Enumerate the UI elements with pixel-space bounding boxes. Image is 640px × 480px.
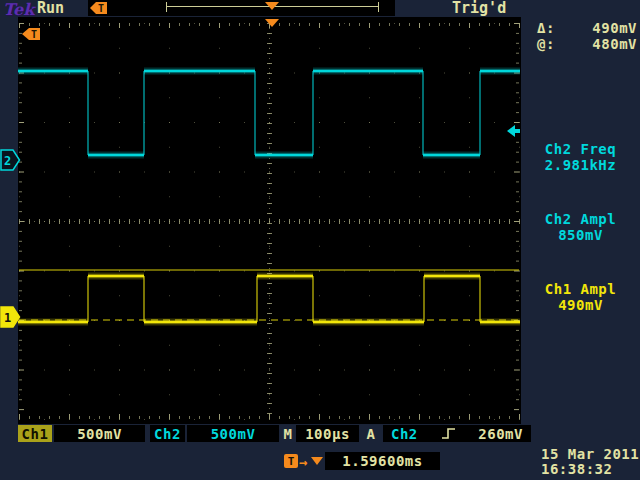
- trigger-offscreen-flag-label: T: [31, 29, 37, 40]
- ch1-ground-marker: 1: [0, 306, 21, 329]
- ch1-channel-badge: Ch1: [18, 425, 52, 442]
- measurement-value: 850mV: [521, 227, 640, 243]
- measurement-label: Ch2 Ampl: [521, 211, 640, 227]
- ch1-scale-readout: 500mV: [54, 425, 145, 442]
- trigger-status: Trig'd: [452, 0, 506, 16]
- measurement-ch1-ampl: Ch1 Ampl 490mV: [521, 281, 640, 313]
- measurement-ch2-freq: Ch2 Freq 2.981kHz: [521, 141, 640, 173]
- cursor-delta-readout: Δ: 490mV: [537, 20, 637, 36]
- trigger-system-label: A: [364, 425, 378, 442]
- ch2-ground-marker-label: 2: [4, 154, 11, 168]
- measurement-value: 490mV: [521, 297, 640, 313]
- ch1-ground-marker-label: 1: [4, 311, 11, 325]
- cursor-delta-label: Δ:: [537, 20, 555, 36]
- acquisition-status: Run: [37, 0, 64, 16]
- delay-time-readout: 1.59600ms: [325, 452, 440, 470]
- waveform-screen: T: [18, 17, 521, 424]
- delay-t-badge: T: [284, 454, 298, 468]
- ch2-channel-badge: Ch2: [150, 425, 185, 442]
- ch2-ground-marker: 2: [0, 149, 21, 172]
- delay-arrow-icon: →: [299, 454, 308, 470]
- timebase-label: M: [281, 425, 295, 442]
- time-readout: 16:38:32: [541, 461, 612, 477]
- timebase-readout: 100µs: [296, 425, 359, 442]
- cursor-at-label: @:: [537, 36, 555, 52]
- ch2-trigger-level-arrow-icon: [507, 125, 520, 137]
- measurement-value: 2.981kHz: [521, 157, 640, 173]
- trigger-source: Ch2: [391, 426, 418, 442]
- rising-edge-icon: [441, 427, 456, 440]
- cursor-delta-value: 490mV: [592, 20, 637, 36]
- trigger-readout: Ch2 260mV: [383, 425, 531, 442]
- cursor-at-value: 480mV: [592, 36, 637, 52]
- measurement-ch2-ampl: Ch2 Ampl 850mV: [521, 211, 640, 243]
- trigger-t-flag-icon: T: [90, 1, 110, 15]
- measurement-label: Ch1 Ampl: [521, 281, 640, 297]
- cursor-at-readout: @: 480mV: [537, 36, 637, 52]
- trigger-t-flag-label: T: [98, 3, 104, 14]
- date-readout: 15 Mar 2011: [541, 446, 639, 462]
- trigger-level-value: 260mV: [478, 426, 523, 442]
- ch2-scale-readout: 500mV: [187, 425, 279, 442]
- measurement-label: Ch2 Freq: [521, 141, 640, 157]
- delay-triangle-icon: [311, 457, 323, 465]
- scope-graticule-and-traces: T: [18, 17, 521, 424]
- oscilloscope-display: Tek Run T Trig'd T 2 1: [0, 0, 640, 480]
